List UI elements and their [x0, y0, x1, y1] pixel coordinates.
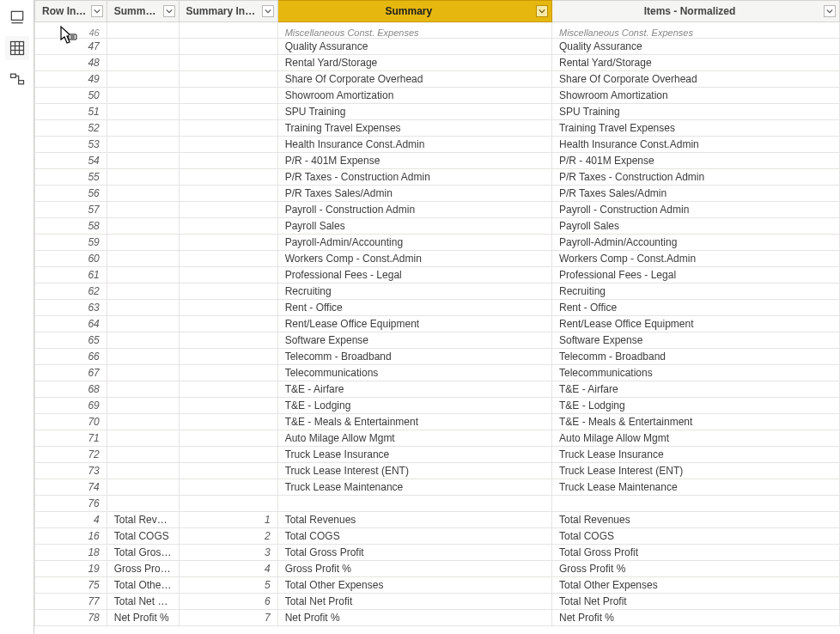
cell-row-index[interactable]: 67 [35, 365, 107, 381]
cell-summary1[interactable] [107, 398, 179, 414]
cell-summary1[interactable]: Total Net Profit [107, 594, 179, 610]
table-row[interactable]: 61Professional Fees - LegalProfessional … [35, 267, 840, 283]
cell-summary[interactable]: P/R Taxes Sales/Admin [277, 186, 551, 202]
cell-summary-index[interactable] [179, 447, 277, 463]
cell-items-normalized[interactable]: Training Travel Expenses [551, 120, 839, 137]
cell-items-normalized[interactable]: Truck Lease Interest (ENT) [551, 463, 839, 479]
cell-summary[interactable]: Health Insurance Const.Admin [277, 137, 551, 153]
cell-summary-index[interactable] [179, 39, 277, 55]
table-row[interactable]: 70T&E - Meals & EntertainmentT&E - Meals… [35, 414, 840, 430]
table-row[interactable]: 63Rent - OfficeRent - Office [35, 300, 840, 316]
cell-summary-index[interactable] [179, 153, 277, 169]
cell-summary1[interactable] [107, 381, 179, 398]
cell-summary-index[interactable] [179, 120, 277, 137]
cell-items-normalized[interactable]: Truck Lease Maintenance [551, 479, 839, 496]
table-row[interactable]: 60Workers Comp - Const.AdminWorkers Comp… [35, 251, 840, 267]
filter-dropdown-button[interactable] [163, 5, 175, 17]
cell-items-normalized[interactable]: Total Gross Profit [551, 545, 839, 561]
cell-row-index[interactable]: 49 [35, 71, 107, 88]
table-row[interactable]: 77Total Net Profit6Total Net ProfitTotal… [35, 594, 840, 610]
table-row[interactable]: 56P/R Taxes Sales/AdminP/R Taxes Sales/A… [35, 186, 840, 202]
cell-summary[interactable]: Payroll Sales [277, 218, 551, 235]
cell-summary-index[interactable] [179, 316, 277, 332]
cell-summary[interactable]: Telecomm - Broadband [277, 349, 551, 365]
cell-summary1[interactable]: Total Other Expe [107, 577, 179, 594]
cell-summary[interactable]: Quality Assurance [277, 39, 551, 55]
table-row[interactable]: 18Total Gross Profi3Total Gross ProfitTo… [35, 545, 840, 561]
cell-summary1[interactable] [107, 22, 179, 39]
cell-row-index[interactable]: 72 [35, 447, 107, 463]
column-header-summary-index[interactable]: Summary Index [179, 1, 277, 22]
cell-summary-index[interactable] [179, 104, 277, 120]
cell-summary1[interactable]: Net Profit % [107, 610, 179, 626]
cell-summary1[interactable] [107, 153, 179, 169]
cell-summary[interactable]: Workers Comp - Const.Admin [277, 251, 551, 267]
cell-summary1[interactable] [107, 218, 179, 235]
cell-summary-index[interactable]: 6 [179, 594, 277, 610]
cell-items-normalized[interactable]: Miscellaneous Const. Expenses [551, 22, 839, 39]
cell-summary-index[interactable] [179, 479, 277, 496]
cell-summary[interactable]: Total COGS [277, 528, 551, 545]
cell-summary-index[interactable] [179, 22, 277, 39]
cell-summary[interactable]: Share Of Corporate Overhead [277, 71, 551, 88]
cell-items-normalized[interactable]: Telecommunications [551, 365, 839, 381]
table-row[interactable]: 4Total Revenues1Total RevenuesTotal Reve… [35, 512, 840, 528]
data-grid[interactable]: Row Index Summary 1 Summary Index [34, 0, 840, 626]
cell-items-normalized[interactable]: T&E - Meals & Entertainment [551, 414, 839, 430]
cell-summary-index[interactable] [179, 88, 277, 104]
cell-summary-index[interactable] [179, 267, 277, 283]
table-row[interactable]: 58Payroll SalesPayroll Sales [35, 218, 840, 235]
cell-items-normalized[interactable]: Payroll - Construction Admin [551, 202, 839, 218]
cell-row-index[interactable]: 50 [35, 88, 107, 104]
cell-summary[interactable]: T&E - Airfare [277, 381, 551, 398]
cell-summary1[interactable] [107, 267, 179, 283]
cell-row-index[interactable]: 51 [35, 104, 107, 120]
cell-summary[interactable]: T&E - Meals & Entertainment [277, 414, 551, 430]
cell-row-index[interactable]: 64 [35, 316, 107, 332]
table-row[interactable]: 51SPU TrainingSPU Training [35, 104, 840, 120]
cell-summary-index[interactable] [179, 300, 277, 316]
cell-summary-index[interactable] [179, 365, 277, 381]
cell-summary1[interactable] [107, 71, 179, 88]
column-header-summary[interactable]: Summary [277, 1, 551, 22]
cell-summary1[interactable]: Total Revenues [107, 512, 179, 528]
cell-summary[interactable]: Training Travel Expenses [277, 120, 551, 137]
table-row[interactable]: 68T&E - AirfareT&E - Airfare [35, 381, 840, 398]
cell-items-normalized[interactable]: P/R Taxes Sales/Admin [551, 186, 839, 202]
cell-row-index[interactable]: 63 [35, 300, 107, 316]
cell-items-normalized[interactable]: Quality Assurance [551, 39, 839, 55]
table-row[interactable]: 50Showroom AmortizationShowroom Amortiza… [35, 88, 840, 104]
cell-summary1[interactable] [107, 496, 179, 512]
cell-items-normalized[interactable]: Professional Fees - Legal [551, 267, 839, 283]
cell-items-normalized[interactable]: SPU Training [551, 104, 839, 120]
cell-items-normalized[interactable]: Total Net Profit [551, 594, 839, 610]
cell-items-normalized[interactable]: T&E - Lodging [551, 398, 839, 414]
cell-items-normalized[interactable]: Software Expense [551, 332, 839, 349]
cell-summary-index[interactable] [179, 218, 277, 235]
cell-summary1[interactable] [107, 430, 179, 447]
cell-items-normalized[interactable]: P/R Taxes - Construction Admin [551, 169, 839, 186]
cell-items-normalized[interactable]: Truck Lease Insurance [551, 447, 839, 463]
cell-summary[interactable]: P/R Taxes - Construction Admin [277, 169, 551, 186]
cell-summary1[interactable]: Total Gross Profi [107, 545, 179, 561]
table-row[interactable]: 76 [35, 496, 840, 512]
cell-row-index[interactable]: 56 [35, 186, 107, 202]
cell-summary1[interactable] [107, 202, 179, 218]
cell-summary-index[interactable] [179, 283, 277, 300]
cell-items-normalized[interactable]: T&E - Airfare [551, 381, 839, 398]
cell-summary[interactable]: Total Revenues [277, 512, 551, 528]
cell-summary1[interactable] [107, 414, 179, 430]
cell-summary[interactable]: Gross Profit % [277, 561, 551, 577]
table-row[interactable]: 65Software ExpenseSoftware Expense [35, 332, 840, 349]
cell-summary-index[interactable]: 1 [179, 512, 277, 528]
cell-summary-index[interactable] [179, 169, 277, 186]
cell-items-normalized[interactable]: Share Of Corporate Overhead [551, 71, 839, 88]
cell-row-index[interactable]: 47 [35, 39, 107, 55]
cell-row-index[interactable]: 4 [35, 512, 107, 528]
table-row[interactable]: 49Share Of Corporate OverheadShare Of Co… [35, 71, 840, 88]
cell-row-index[interactable]: 53 [35, 137, 107, 153]
cell-summary[interactable]: Rent/Lease Office Equipment [277, 316, 551, 332]
cell-items-normalized[interactable]: Recruiting [551, 283, 839, 300]
cell-items-normalized[interactable]: Workers Comp - Const.Admin [551, 251, 839, 267]
cell-summary[interactable]: Total Other Expenses [277, 577, 551, 594]
